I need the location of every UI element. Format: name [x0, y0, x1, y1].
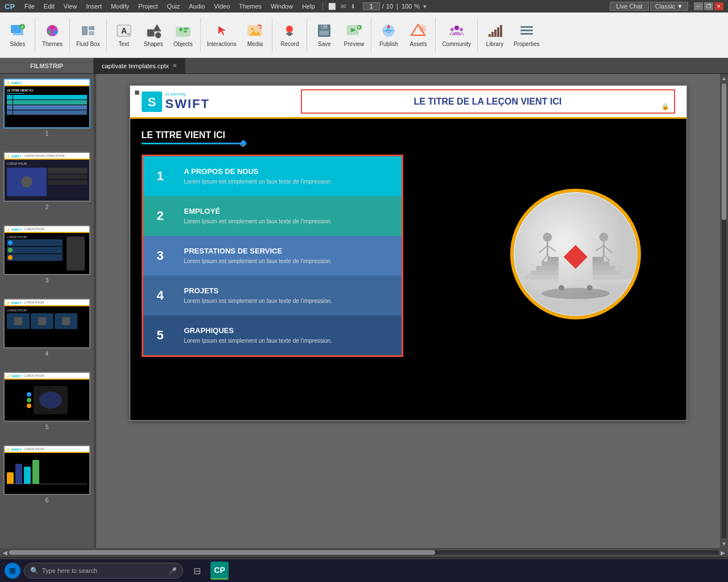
row-content-5: GRAPHIQUES Lorem Ipsum est simplement un… [177, 315, 402, 355]
task-view-button[interactable]: ⊟ [187, 560, 207, 581]
assets-icon: ! [410, 23, 426, 39]
filmstrip-slide-4[interactable]: ⚡ SWIFT LOREM IPSUM LOREM IPSUM [3, 298, 90, 357]
preview-label: Preview [344, 41, 365, 47]
toolbar-text[interactable]: A a Text [110, 15, 138, 55]
toolbar-themes[interactable]: Themes [38, 15, 67, 55]
toolbar-library[interactable]: Library [481, 15, 509, 55]
captivate-taskbar-app[interactable]: CP [210, 562, 229, 580]
menu-separator-1 [322, 2, 323, 10]
zoom-chevron[interactable]: ▼ [422, 3, 428, 10]
svg-rect-60 [536, 266, 559, 271]
scroll-track-h [9, 550, 719, 555]
vertical-scrollbar[interactable]: ▲ ▼ [720, 74, 728, 548]
svg-point-83 [559, 285, 564, 291]
anchor-icon: ⚓ [239, 140, 246, 147]
menu-file[interactable]: File [20, 2, 39, 11]
tab-file[interactable]: captivate templates.cptx ✕ [94, 58, 185, 73]
toolbar-media[interactable]: ▶ Media [241, 15, 269, 55]
scroll-thumb-h[interactable] [9, 550, 435, 555]
tab-close-icon[interactable]: ✕ [172, 63, 177, 69]
tab-filmstrip[interactable]: FILMSTRIP [0, 58, 94, 73]
menu-edit[interactable]: Edit [40, 2, 59, 11]
svg-rect-33 [320, 31, 329, 35]
menu-modify[interactable]: Modify [107, 2, 133, 11]
thumb-text-5: LOREM IPSUM [24, 374, 44, 377]
filmstrip-slide-5[interactable]: ⚡ SWIFT LOREM IPSUM 5 [3, 372, 90, 430]
thumb-title-1: LE TITRE VIENT ICI [7, 89, 87, 92]
toolbar-fluid-box[interactable]: Fluid Box [73, 15, 104, 55]
svg-rect-61 [541, 261, 559, 266]
filmstrip-slide-3[interactable]: ⚡ SWIFT LOREM IPSUM LOREM IPSUM [3, 225, 90, 284]
classic-chevron: ▼ [677, 3, 683, 10]
filmstrip-panel[interactable]: ⚡ SWIFT LE TITRE VIENT ICI [0, 74, 94, 548]
toolbar-objects[interactable]: Objects [169, 15, 197, 55]
svg-rect-66 [592, 266, 615, 271]
menu-window[interactable]: Window [267, 2, 297, 11]
svg-text:A: A [121, 26, 127, 35]
slides-icon: + [10, 23, 26, 39]
thumb-logo-6: ⚡ SWIFT [6, 447, 22, 451]
svg-marker-15 [153, 24, 161, 31]
horizontal-scrollbar[interactable]: ◀ ▶ [0, 548, 728, 557]
swift-text: SWIFT [166, 97, 210, 111]
svg-text:!: ! [422, 26, 424, 31]
toolbar-slides[interactable]: + Slides [3, 15, 32, 55]
svg-rect-67 [592, 261, 609, 266]
toolbar-shapes[interactable]: Shapes [139, 15, 168, 55]
restore-button[interactable]: ❐ [704, 2, 713, 10]
slide-num-5: 5 [3, 424, 90, 430]
circle-image-inner [514, 192, 638, 316]
slide-title: LE TITRE DE LA LEÇON VIENT ICI [414, 97, 562, 107]
start-button[interactable]: ⊞ [5, 563, 20, 579]
scroll-down-btn[interactable]: ▼ [720, 539, 728, 548]
slide-header: S eLearning SWIFT LE TITRE DE LA LEÇON V… [130, 86, 686, 119]
row-content-4: PROJETS Lorem Ipsum est simplement un fa… [177, 276, 402, 315]
menu-help[interactable]: Help [298, 2, 319, 11]
toolbar-properties[interactable]: Properties [510, 15, 543, 55]
toolbar-publish[interactable]: Publish [374, 15, 403, 55]
filmstrip-slide-2[interactable]: ⚡ SWIFT LOREM IPSUM LOREM IPSUM LOREM IP… [3, 152, 90, 210]
row-title-3: PRESTATIONS DE SERVICE [184, 247, 395, 255]
minimize-button[interactable]: ─ [694, 2, 703, 10]
save-icon [316, 23, 332, 39]
filmstrip-slide-1[interactable]: ⚡ SWIFT LE TITRE VIENT ICI [3, 78, 90, 137]
svg-rect-10 [89, 31, 94, 35]
menu-quiz[interactable]: Quiz [163, 2, 184, 11]
taskbar-search[interactable]: 🔍 Type here to search 🎤 [24, 563, 183, 579]
menu-view[interactable]: View [60, 2, 81, 11]
toolbar-sep-5 [272, 18, 272, 52]
classic-button[interactable]: Classic ▼ [650, 2, 688, 11]
menu-audio[interactable]: Audio [185, 2, 209, 11]
scroll-right-btn[interactable]: ▶ [719, 550, 727, 556]
svg-rect-46 [489, 34, 491, 37]
toolbar-record[interactable]: Record [275, 15, 304, 55]
canvas-area[interactable]: S eLearning SWIFT LE TITRE DE LA LEÇON V… [96, 74, 720, 548]
fluid-box-label: Fluid Box [76, 41, 100, 47]
scroll-thumb-v[interactable] [722, 84, 726, 220]
content-table[interactable]: 1 A PROPOS DE NOUS Lorem Ipsum est simpl… [142, 155, 403, 357]
page-total: 10 [386, 3, 393, 10]
toolbar-community[interactable]: Community [439, 15, 474, 55]
menu-video[interactable]: Video [210, 2, 234, 11]
filmstrip-slide-6[interactable]: ⚡ SWIFT LOREM IPSUM 6 [3, 445, 90, 504]
toolbar-assets[interactable]: ! Assets [404, 15, 432, 55]
close-button[interactable]: ✕ [714, 2, 723, 10]
toolbar-interactions[interactable]: Interactions [204, 15, 240, 55]
page-number-input[interactable] [363, 2, 380, 10]
community-icon [449, 23, 465, 39]
content-row-4: 4 PROJETS Lorem Ipsum est simplement un … [143, 276, 402, 315]
menu-insert[interactable]: Insert [82, 2, 106, 11]
thumb-logo-4: ⚡ SWIFT [6, 301, 22, 305]
taskbar: ⊞ 🔍 Type here to search 🎤 ⊟ CP [0, 559, 728, 582]
toolbar-preview[interactable]: Preview [340, 15, 368, 55]
toolbar-save[interactable]: Save [310, 15, 338, 55]
menu-project[interactable]: Project [134, 2, 162, 11]
scroll-left-btn[interactable]: ◀ [1, 550, 9, 556]
slide-title-box[interactable]: LE TITRE DE LA LEÇON VIENT ICI 🔒 [301, 89, 675, 114]
publish-icon [380, 23, 396, 39]
thumb-logo-2: ⚡ SWIFT [6, 154, 22, 158]
row-title-2: EMPLOYÉ [184, 207, 395, 215]
menu-themes[interactable]: Themes [235, 2, 266, 11]
live-chat-button[interactable]: Live Chat [610, 2, 648, 11]
scroll-up-btn[interactable]: ▲ [720, 74, 728, 82]
